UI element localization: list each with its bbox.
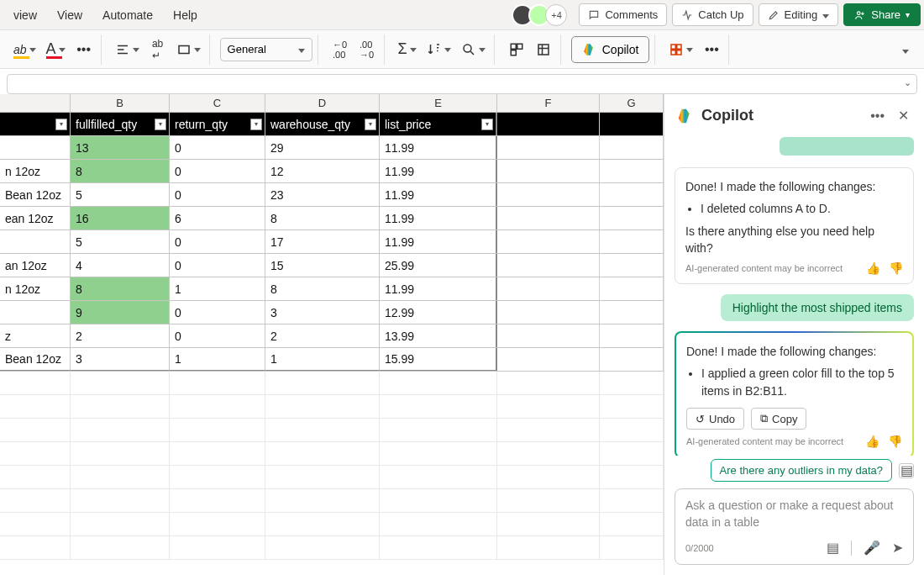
- empty-cell[interactable]: [600, 395, 664, 418]
- menu-automate[interactable]: Automate: [92, 3, 163, 27]
- cell[interactable]: ean 12oz: [0, 207, 71, 229]
- empty-cell[interactable]: [380, 442, 497, 465]
- highlight-color-button[interactable]: ab: [10, 37, 39, 62]
- cell[interactable]: 8: [265, 207, 380, 229]
- decrease-decimal-button[interactable]: .00→0: [355, 37, 379, 62]
- empty-cell[interactable]: [600, 113, 664, 135]
- empty-cell[interactable]: [600, 536, 664, 559]
- empty-cell[interactable]: [497, 254, 600, 277]
- menu-help[interactable]: Help: [163, 3, 207, 27]
- empty-cell[interactable]: [497, 536, 600, 559]
- empty-cell[interactable]: [600, 230, 664, 253]
- addins-button[interactable]: [665, 37, 696, 62]
- cell[interactable]: 8: [71, 160, 170, 182]
- header-cell[interactable]: return_qty▾: [170, 113, 265, 135]
- thumbs-down-icon[interactable]: 👎: [888, 435, 902, 448]
- formula-bar[interactable]: ⌄: [7, 74, 917, 94]
- prompt-guide-icon[interactable]: ▤: [899, 463, 914, 478]
- empty-cell[interactable]: [600, 419, 664, 441]
- empty-cell[interactable]: [497, 136, 600, 159]
- empty-cell[interactable]: [497, 513, 600, 535]
- empty-cell[interactable]: [600, 442, 664, 465]
- empty-cell[interactable]: [265, 466, 380, 488]
- copilot-input[interactable]: Ask a question or make a request about d…: [675, 488, 914, 565]
- editing-dropdown[interactable]: Editing: [759, 3, 839, 26]
- share-button[interactable]: Share ▾: [843, 3, 921, 26]
- cell[interactable]: 0: [170, 160, 265, 182]
- col-header-e[interactable]: E: [380, 94, 497, 112]
- empty-cell[interactable]: [0, 536, 71, 559]
- cell[interactable]: 2: [265, 324, 380, 347]
- number-format-dropdown[interactable]: General: [220, 38, 312, 61]
- send-icon[interactable]: ➤: [892, 540, 903, 556]
- empty-cell[interactable]: [497, 466, 600, 488]
- cell[interactable]: 8: [71, 277, 170, 300]
- empty-cell[interactable]: [600, 489, 664, 512]
- menu-view-partial[interactable]: view: [3, 3, 47, 27]
- col-header-g[interactable]: G: [600, 94, 664, 112]
- header-cell[interactable]: warehouse_qty▾: [265, 113, 380, 135]
- font-color-button[interactable]: A: [43, 37, 69, 62]
- cell[interactable]: 13: [71, 136, 170, 159]
- col-header-f[interactable]: F: [497, 94, 600, 112]
- empty-cell[interactable]: [380, 372, 497, 394]
- col-header-d[interactable]: D: [265, 94, 380, 112]
- cell[interactable]: an 12oz: [0, 254, 71, 277]
- undo-button[interactable]: ↺Undo: [686, 408, 744, 430]
- find-button[interactable]: [458, 37, 489, 62]
- cell[interactable]: 11.99: [380, 160, 497, 182]
- empty-cell[interactable]: [380, 466, 497, 488]
- empty-cell[interactable]: [265, 372, 380, 394]
- empty-cell[interactable]: [600, 160, 664, 182]
- cell[interactable]: 1: [170, 348, 265, 371]
- empty-cell[interactable]: [600, 324, 664, 347]
- filter-icon[interactable]: ▾: [155, 119, 166, 130]
- close-icon[interactable]: ✕: [895, 104, 912, 127]
- empty-cell[interactable]: [265, 489, 380, 512]
- empty-cell[interactable]: [497, 183, 600, 206]
- copy-button[interactable]: ⧉Copy: [751, 408, 806, 430]
- cell[interactable]: 0: [170, 183, 265, 206]
- cell[interactable]: 9: [71, 301, 170, 324]
- empty-cell[interactable]: [600, 136, 664, 159]
- empty-cell[interactable]: [497, 348, 600, 371]
- cell[interactable]: 0: [170, 136, 265, 159]
- empty-cell[interactable]: [600, 301, 664, 324]
- empty-cell[interactable]: [170, 489, 265, 512]
- empty-cell[interactable]: [71, 536, 170, 559]
- empty-cell[interactable]: [170, 513, 265, 535]
- cell[interactable]: Bean 12oz: [0, 348, 71, 371]
- cell[interactable]: Bean 12oz: [0, 183, 71, 206]
- empty-cell[interactable]: [170, 536, 265, 559]
- cell[interactable]: 23: [265, 183, 380, 206]
- cell[interactable]: 3: [265, 301, 380, 324]
- cell[interactable]: 15: [265, 254, 380, 277]
- filter-icon[interactable]: ▾: [250, 119, 262, 130]
- wrap-text-button[interactable]: ab↵: [146, 37, 170, 62]
- cell[interactable]: 11.99: [380, 136, 497, 159]
- sort-filter-button[interactable]: [423, 37, 454, 62]
- align-button[interactable]: [112, 37, 143, 62]
- empty-cell[interactable]: [600, 466, 664, 488]
- empty-cell[interactable]: [497, 324, 600, 347]
- empty-cell[interactable]: [600, 207, 664, 229]
- empty-cell[interactable]: [600, 183, 664, 206]
- cell[interactable]: [0, 230, 71, 253]
- increase-decimal-button[interactable]: ←0.00: [328, 37, 352, 62]
- empty-cell[interactable]: [380, 513, 497, 535]
- empty-cell[interactable]: [497, 277, 600, 300]
- cell[interactable]: 5: [71, 230, 170, 253]
- empty-cell[interactable]: [265, 419, 380, 441]
- empty-cell[interactable]: [497, 207, 600, 229]
- empty-cell[interactable]: [0, 513, 71, 535]
- empty-cell[interactable]: [497, 442, 600, 465]
- empty-cell[interactable]: [0, 442, 71, 465]
- cell[interactable]: 16: [71, 207, 170, 229]
- empty-cell[interactable]: [265, 442, 380, 465]
- filter-icon[interactable]: ▾: [55, 119, 67, 130]
- empty-cell[interactable]: [170, 395, 265, 418]
- more-icon[interactable]: •••: [867, 105, 888, 127]
- cell[interactable]: 11.99: [380, 230, 497, 253]
- thumbs-down-icon[interactable]: 👎: [889, 261, 903, 275]
- cell[interactable]: 13.99: [380, 324, 497, 347]
